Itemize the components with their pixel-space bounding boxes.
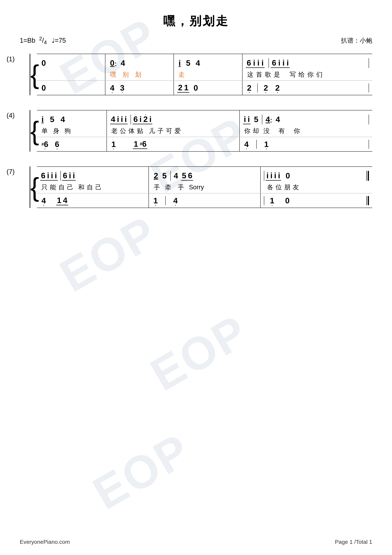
b3-1: 1 · [57,196,61,205]
b1m3: 2 · 1 · 0 [174,81,242,95]
l-neng: 能 [50,183,56,191]
dl-b3-1d: · [271,203,273,207]
t3m2-notes: 2 5 4 5 6 [152,169,257,183]
t2m1-notes: i 5 4 [40,112,103,126]
note-4: 4 [121,58,125,68]
s2-5: 5 [50,115,54,124]
watermark-5: EOP [84,423,199,520]
section-3: (7) { 6 i i i [20,167,372,208]
t2m3-lyrics: 你 却 没 有 你 [243,126,369,135]
t3m1-lyrics: 只 能 自 己 和 自 己 [40,183,145,192]
b1m1: 0 [37,81,105,95]
s3-6b: 6 [63,171,67,180]
s3-4a: 4 [174,171,178,180]
bass-2dot: 2 · [178,83,182,92]
l-he: 和 [78,183,85,191]
ng-6ii-s3: 6 i i [62,171,76,181]
ng-i-c: i [125,115,127,124]
arranger-label: 扒谱：小鲍 [341,37,372,45]
s3-ib: i [51,171,53,180]
l-ge: 歌 [265,70,271,79]
tempo-label: ♩=75 [52,37,66,44]
s3-ih: i [274,171,276,180]
b3m2: 1 · 4 · [149,193,261,208]
time-signature: 2/4 [39,37,49,44]
ng2-i3: i [287,58,289,67]
inner-bl2-s3 [171,171,171,181]
bass-2dot-4: 2 · [275,83,280,92]
ng-i-e: i [149,115,151,124]
page: EOP EOP EOP EOP EOP 嘿，别划走 1=Bb 2/4 ♩=75 … [0,0,392,555]
l-zhe: 这 [247,70,253,79]
s2-4-2: 4 [276,115,280,124]
end-bl-b2 [369,140,369,149]
t1m1-lyrics [40,70,102,79]
b2-1c: 1 · [264,140,269,149]
l-ge2: 各 [267,183,273,191]
note-5: 5 [186,58,191,68]
lyric-hua: 划 [135,70,141,79]
l-gong: 公 [120,127,126,135]
ng-i3: i [261,58,264,67]
ng-6iii-s3: 6 i i i [40,171,58,181]
s3-6a: 6 [41,171,45,180]
l-peng: 朋 [284,183,290,191]
barline-before-m3 [264,171,264,181]
l-shou: 手 [154,183,160,191]
dbl-thin-b [366,196,367,205]
watermark-4: EOP [142,304,257,401]
l-shi: 是 [274,70,280,79]
b2m3: 4 · 1 · [240,137,372,151]
dl-b3-1: · [58,203,60,207]
l-ji2: 己 [95,183,102,191]
t2m3-notes: i i 5 4 4 [243,112,369,126]
key-label: 1=Bb [20,37,36,44]
dbl-thick [368,171,369,181]
l-shou2: 手 [178,183,184,191]
bass-22: 2 · 2 · [262,83,281,92]
ng2-i1: i [278,58,280,67]
lyric-hey: 嘿 [110,70,116,79]
ng-4-a: 4 [111,115,115,124]
b3m3: 1 · 0 [261,193,372,208]
t3m1-notes: 6 i i i 6 i i [40,169,145,183]
t1m1-notes: 0 [40,56,102,70]
footer: EveryonePiano.com Page 1 /Total 1 [20,539,372,545]
b2m2: 1 · 1 · #6 · [107,137,240,151]
inner-barline [269,58,269,68]
b3-4c: 4 · [173,196,178,205]
s2-4dot: 4 [265,115,272,124]
dl-b3-4: · [43,203,44,207]
end-barline-bass [369,83,369,92]
ng-iiii: i i i i [265,171,281,181]
ng-ii: i i [243,115,251,124]
l-er: 儿 [149,127,155,135]
l-men: 们 [316,70,322,79]
bass-0: 0 [42,83,46,92]
ng-2-dot: 2 · [143,115,148,124]
s3-6c: 6 [188,171,192,180]
t1m4-notes: 6 i i i 6 i i [246,56,369,70]
s3-if: i [266,171,269,180]
l-shou: 首 [256,70,262,79]
bass-3dot: 3 · [120,83,124,92]
ng-6: 6 [247,58,251,67]
l-zi: 自 [58,183,65,191]
dl-1: · [113,147,114,151]
l-ni: 你 [307,70,314,79]
dl-1c: · [266,147,267,151]
l-ti: 体 [128,127,135,135]
ng-i1: i [253,58,255,67]
t3m3-notes: i i i i 0 [264,169,369,183]
meta-row: 1=Bb 2/4 ♩=75 扒谱：小鲍 [20,36,372,45]
b2-s6b: #6 · [140,139,147,148]
b3-4: 4 · [42,196,46,205]
s3-ig: i [270,171,272,180]
dl-b3-1c: · [155,203,156,207]
dbl-thin [366,171,367,181]
note-0dot: 0 [110,58,116,68]
l-dan: 单 [42,127,48,135]
dot-low-1: · [186,90,187,95]
b2-4: 4 · [244,140,249,149]
ng-56: 5 6 [181,171,193,181]
